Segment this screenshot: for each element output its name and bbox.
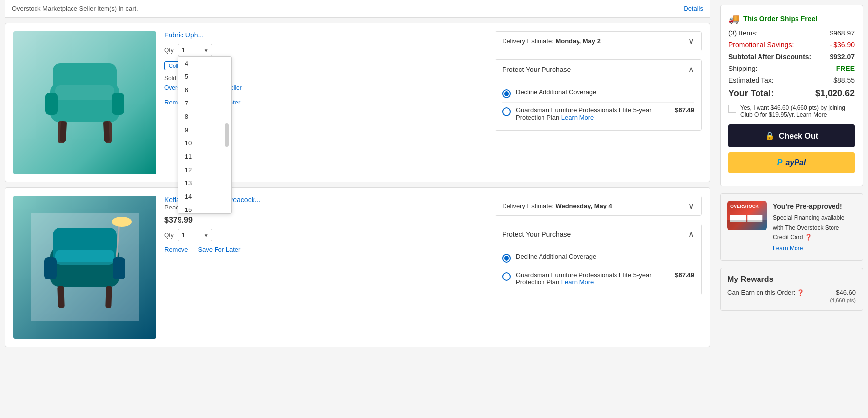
item2-qty-label: Qty — [164, 232, 174, 239]
item2-decline-radio[interactable] — [502, 254, 511, 263]
lock-icon: 🔒 — [765, 131, 775, 140]
item2-guardsman-radio[interactable] — [502, 272, 511, 281]
qty-option-5[interactable]: 5 — [178, 70, 231, 83]
item2-decline-label: Decline Additional Coverage — [516, 253, 694, 260]
item1-protect-title: Protect Your Purchase — [502, 66, 571, 73]
summary-subtotal-row: Subtotal After Discounts: $932.07 — [728, 53, 855, 61]
item2-delivery-label: Delivery Estimate: Wednesday, May 4 — [502, 202, 612, 209]
item2-protect-header[interactable]: Protect Your Purchase ∧ — [495, 224, 701, 244]
svg-rect-15 — [57, 286, 65, 308]
svg-rect-3 — [45, 93, 58, 115]
item1-qty-label: Qty — [164, 47, 174, 54]
qty-option-10[interactable]: 10 — [178, 137, 231, 150]
paypal-rest: ayPal — [785, 158, 806, 167]
order-summary: 🚚 This Order Ships Free! (3) Items: $968… — [720, 5, 863, 186]
financing-question-icon[interactable]: ❓ — [805, 234, 812, 241]
qty-option-4[interactable]: 4 — [178, 57, 231, 70]
item2-delivery-row: Delivery Estimate: Wednesday, May 4 ∨ — [495, 196, 702, 216]
item1-protect-decline[interactable]: Decline Additional Coverage — [502, 84, 694, 103]
qty-option-15[interactable]: 15 — [178, 203, 231, 214]
rewards-question-icon[interactable]: ❓ — [797, 289, 804, 296]
club-o-learn-more[interactable]: Learn More — [796, 111, 827, 118]
item1-qty-list[interactable]: 4 5 6 7 8 9 10 11 12 13 — [178, 56, 232, 214]
paypal-p: P — [777, 158, 783, 167]
credit-card-image: OVERSTOCK ████ ████ — [727, 201, 767, 230]
cart-item-2: Keflavik Mid-century Peacock... Peacock … — [5, 187, 710, 347]
svg-rect-13 — [44, 257, 57, 279]
rewards-earn-row: Can Earn on this Order: ❓ $46.60 — [727, 289, 856, 296]
qty-option-9[interactable]: 9 — [178, 123, 231, 137]
summary-subtotal-label: Subtotal After Discounts: — [728, 53, 811, 61]
item1-protect-section: Protect Your Purchase ∧ Decline Addition… — [495, 59, 702, 131]
cart-header-text: Overstock Marketplace Seller item(s) in … — [12, 5, 138, 12]
item1-details: Fabric Uph... Qty 1 ▼ — [164, 31, 487, 174]
qty-option-13[interactable]: 13 — [178, 176, 231, 190]
summary-savings-row: Promotional Savings: - $36.90 — [728, 41, 855, 49]
sidebar: 🚚 This Order Ships Free! (3) Items: $968… — [715, 0, 868, 352]
item2-qty-arrow: ▼ — [204, 232, 209, 238]
qty-option-14[interactable]: 14 — [178, 190, 231, 203]
qty-option-11[interactable]: 11 — [178, 150, 231, 163]
details-link[interactable]: Details — [684, 5, 703, 12]
item1-protect-guardsman[interactable]: Guardsman Furniture Professionals Elite … — [502, 103, 694, 125]
item1-guardsman-radio[interactable] — [502, 107, 511, 116]
qty-option-6[interactable]: 6 — [178, 83, 231, 97]
item1-qty-dropdown-container[interactable]: 1 ▼ 4 5 6 7 8 9 — [178, 44, 212, 56]
qty-option-7[interactable]: 7 — [178, 97, 231, 110]
item1-qty-input[interactable]: 1 ▼ — [178, 44, 212, 56]
item2-qty-dropdown-container[interactable]: 1 ▼ — [178, 229, 212, 241]
item2-save-later-link[interactable]: Save For Later — [198, 246, 240, 253]
item1-learn-more-link[interactable]: Learn More — [561, 114, 594, 121]
item2-qty-row: Qty 1 ▼ — [164, 229, 487, 241]
item2-learn-more-link[interactable]: Learn More — [561, 279, 594, 286]
item1-delivery-chevron: ∨ — [688, 36, 694, 46]
qty-option-8[interactable]: 8 — [178, 110, 231, 123]
paypal-button[interactable]: P ayPal — [728, 152, 855, 173]
rewards-earn-value: $46.60 — [836, 289, 856, 296]
item1-image — [13, 31, 156, 174]
summary-subtotal-value: $932.07 — [830, 53, 855, 61]
item2-protect-guardsman[interactable]: Guardsman Furniture Professionals Elite … — [502, 267, 694, 290]
club-o-text: Yes, I want $46.60 (4,660 pts) by joinin… — [740, 104, 855, 118]
item1-decline-radio[interactable] — [502, 89, 511, 98]
item2-protect-section: Protect Your Purchase ∧ Decline Addition… — [495, 224, 702, 295]
item2-protect-decline[interactable]: Decline Additional Coverage — [502, 249, 694, 267]
summary-tax-row: Estimated Tax: $88.55 — [728, 76, 855, 84]
summary-shipping-row: Shipping: FREE — [728, 65, 855, 72]
checkout-button[interactable]: 🔒 Check Out — [728, 124, 855, 147]
financing-learn-more-link[interactable]: Learn More — [773, 244, 856, 253]
rewards-earn-label: Can Earn on this Order: ❓ — [727, 289, 804, 296]
item1-delivery-header[interactable]: Delivery Estimate: Monday, May 2 ∨ — [495, 32, 701, 51]
ship-icon: 🚚 — [728, 13, 739, 24]
summary-shipping-label: Shipping: — [728, 65, 757, 72]
item1-protect-header[interactable]: Protect Your Purchase ∧ — [495, 60, 701, 79]
ships-free-badge: 🚚 This Order Ships Free! — [728, 13, 855, 24]
summary-savings-value: - $36.90 — [830, 41, 855, 49]
summary-total-value: $1,020.62 — [815, 88, 855, 99]
item2-right-col: Delivery Estimate: Wednesday, May 4 ∨ Pr… — [495, 196, 702, 339]
item2-guardsman-price: $67.49 — [675, 271, 694, 279]
item1-delivery-row: Delivery Estimate: Monday, May 2 ∨ — [495, 31, 702, 51]
financing-text: You're Pre-approved! Special Financing a… — [773, 201, 856, 253]
item2-protect-body: Decline Additional Coverage Guardsman Fu… — [495, 244, 701, 295]
item2-qty-input[interactable]: 1 ▼ — [178, 229, 212, 241]
item2-delivery-chevron: ∨ — [688, 201, 694, 210]
item1-protect-chevron: ∧ — [688, 65, 694, 74]
qty-option-12[interactable]: 12 — [178, 163, 231, 176]
svg-rect-14 — [113, 257, 125, 279]
item2-protect-chevron: ∧ — [688, 229, 694, 239]
item2-remove-link[interactable]: Remove — [164, 246, 188, 253]
club-o-checkbox[interactable] — [728, 105, 736, 113]
summary-items-value: $968.97 — [830, 29, 855, 37]
item1-qty-row: Qty 1 ▼ 4 5 6 — [164, 44, 487, 56]
item1-title[interactable]: Fabric Uph... — [164, 31, 204, 39]
summary-tax-label: Estimated Tax: — [728, 76, 774, 84]
summary-total-row: Your Total: $1,020.62 — [728, 88, 855, 99]
svg-rect-7 — [60, 121, 67, 142]
summary-items-label: (3) Items: — [728, 29, 758, 37]
item2-actions: Remove Save For Later — [164, 246, 487, 253]
svg-point-18 — [112, 217, 132, 227]
item1-decline-label: Decline Additional Coverage — [516, 88, 694, 96]
item2-delivery-header[interactable]: Delivery Estimate: Wednesday, May 4 ∨ — [495, 196, 701, 215]
svg-rect-16 — [105, 286, 112, 308]
